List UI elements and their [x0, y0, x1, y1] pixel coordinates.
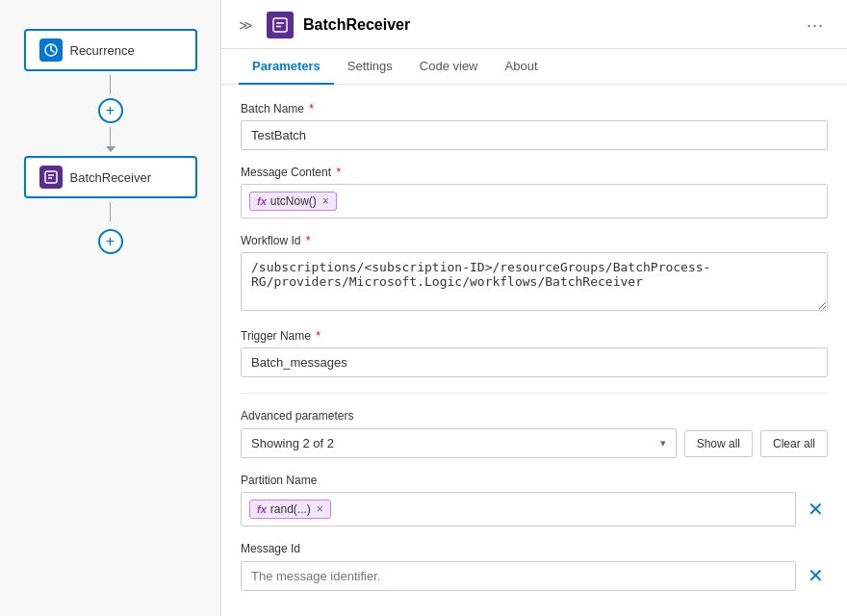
- dropdown-text: Showing 2 of 2: [251, 436, 334, 450]
- show-all-btn[interactable]: Show all: [684, 430, 753, 457]
- recurrence-icon: [39, 38, 63, 62]
- batchreceiver-icon: [39, 166, 63, 189]
- right-panel: ≫ BatchReceiver ··· Parameters Settings …: [221, 0, 847, 616]
- workflow-id-input[interactable]: /subscriptions/<subscription-ID>/resourc…: [241, 252, 828, 311]
- connector-1: +: [98, 75, 123, 152]
- rand-token-close-btn[interactable]: ×: [317, 502, 323, 516]
- message-id-row: ✕: [241, 560, 828, 591]
- partition-delete-btn[interactable]: ✕: [804, 494, 828, 525]
- batch-name-label: Batch Name *: [241, 102, 828, 116]
- expand-icon[interactable]: ≫: [235, 15, 257, 35]
- message-content-field[interactable]: fx utcNow() ×: [241, 184, 828, 218]
- clear-all-btn[interactable]: Clear all: [760, 430, 828, 457]
- batch-name-input[interactable]: [241, 120, 828, 150]
- panel-header: ≫ BatchReceiver ···: [221, 0, 847, 49]
- svg-rect-4: [273, 18, 287, 32]
- recurrence-label: Recurrence: [70, 43, 135, 58]
- tab-parameters[interactable]: Parameters: [239, 49, 334, 85]
- connector-2: [110, 202, 111, 221]
- advanced-row: Showing 2 of 2 ▾ Show all Clear all: [241, 428, 828, 458]
- rand-token: fx rand(...) ×: [249, 500, 331, 519]
- chevron-down-icon: ▾: [660, 437, 666, 449]
- partition-name-group: Partition Name fx rand(...) × ✕: [241, 474, 828, 526]
- divider: [241, 393, 828, 394]
- partition-name-field[interactable]: fx rand(...) ×: [241, 492, 796, 526]
- message-content-label: Message Content *: [241, 166, 828, 179]
- workflow-id-group: Workflow Id * /subscriptions/<subscripti…: [241, 234, 828, 314]
- message-id-delete-btn[interactable]: ✕: [804, 560, 828, 591]
- message-id-label: Message Id: [241, 542, 828, 555]
- utcnow-token: fx utcNow() ×: [249, 192, 337, 211]
- panel-header-left: ≫ BatchReceiver: [235, 12, 410, 38]
- partition-name-row: fx rand(...) × ✕: [241, 492, 828, 526]
- advanced-dropdown[interactable]: Showing 2 of 2 ▾: [241, 428, 677, 458]
- trigger-name-label: Trigger Name *: [241, 329, 828, 343]
- workflow-id-label: Workflow Id *: [241, 234, 828, 247]
- token-text: utcNow(): [270, 194, 317, 208]
- batch-name-group: Batch Name *: [241, 102, 828, 150]
- token-close-btn[interactable]: ×: [322, 194, 329, 208]
- message-id-group: Message Id ✕: [241, 542, 828, 591]
- message-id-input[interactable]: [241, 561, 796, 591]
- advanced-parameters-section: Advanced parameters Showing 2 of 2 ▾ Sho…: [241, 409, 828, 458]
- more-options-btn[interactable]: ···: [801, 13, 830, 38]
- tabs-bar: Parameters Settings Code view About: [221, 49, 847, 85]
- fx-icon-2: fx: [257, 503, 267, 515]
- trigger-name-group: Trigger Name *: [241, 329, 828, 377]
- tab-about[interactable]: About: [492, 49, 552, 85]
- tab-codeview[interactable]: Code view: [406, 49, 492, 85]
- svg-rect-1: [45, 171, 57, 183]
- batchreceiver-label: BatchReceiver: [70, 170, 152, 185]
- panel-title: BatchReceiver: [303, 16, 410, 34]
- trigger-name-input[interactable]: [241, 347, 828, 377]
- tab-settings[interactable]: Settings: [334, 49, 406, 85]
- panel-logo-icon: [267, 12, 294, 38]
- left-panel: Recurrence + BatchReceiver +: [0, 0, 221, 616]
- recurrence-node[interactable]: Recurrence: [24, 29, 197, 71]
- form-content: Batch Name * Message Content * fx utcNow…: [221, 85, 847, 616]
- batchreceiver-node[interactable]: BatchReceiver: [24, 156, 197, 198]
- fx-icon: fx: [257, 195, 267, 207]
- rand-token-text: rand(...): [270, 502, 311, 516]
- message-content-group: Message Content * fx utcNow() ×: [241, 166, 828, 218]
- add-bottom-btn[interactable]: +: [98, 229, 123, 254]
- advanced-parameters-label: Advanced parameters: [241, 409, 828, 423]
- partition-name-label: Partition Name: [241, 474, 828, 487]
- add-between-btn[interactable]: +: [98, 98, 123, 123]
